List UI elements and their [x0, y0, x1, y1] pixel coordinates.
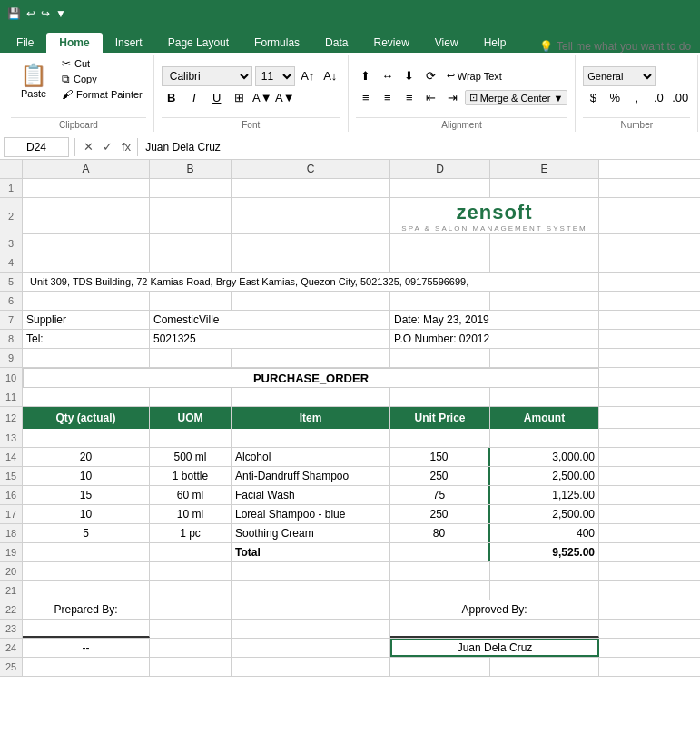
align-right-button[interactable]: ≡: [399, 88, 419, 108]
cell-c13[interactable]: [232, 429, 390, 447]
border-button[interactable]: ⊞: [230, 88, 250, 108]
cell-c23[interactable]: [232, 620, 390, 638]
cell-a13[interactable]: [23, 429, 150, 447]
cell-d22[interactable]: Approved By:: [390, 600, 599, 619]
increase-indent-button[interactable]: ⇥: [443, 88, 463, 108]
cell-d3[interactable]: [390, 234, 490, 253]
increase-font-button[interactable]: A↑: [298, 66, 318, 86]
cell-a23[interactable]: [23, 620, 150, 638]
cell-d15[interactable]: 250: [390, 467, 490, 485]
cell-a25[interactable]: [23, 658, 150, 676]
cell-address[interactable]: Unit 309, TDS Building, 72 Kamias Road, …: [23, 273, 599, 291]
italic-button[interactable]: I: [184, 88, 204, 108]
cell-a22[interactable]: Prepared By:: [23, 600, 150, 619]
cell-c18[interactable]: Soothing Cream: [232, 524, 390, 542]
cell-b21[interactable]: [150, 581, 232, 600]
font-name-select[interactable]: Calibri: [162, 66, 252, 86]
col-header-a[interactable]: A: [23, 160, 150, 178]
formula-input[interactable]: [142, 141, 696, 154]
cell-d9[interactable]: [390, 349, 490, 367]
cell-c19[interactable]: Total: [232, 543, 390, 561]
cell-reference-box[interactable]: [4, 137, 69, 157]
align-center-button[interactable]: ≡: [378, 88, 398, 108]
cell-d17[interactable]: 250: [390, 505, 490, 523]
fill-color-button[interactable]: A▼: [252, 88, 272, 108]
cell-b9[interactable]: [150, 349, 232, 367]
cell-e25[interactable]: [490, 658, 599, 676]
tab-data[interactable]: Data: [312, 33, 360, 53]
decrease-decimal-button[interactable]: .00: [670, 88, 690, 108]
tab-formulas[interactable]: Formulas: [242, 33, 312, 53]
cell-c3[interactable]: [232, 234, 390, 253]
align-bottom-button[interactable]: ⬇: [399, 66, 419, 86]
cell-b3[interactable]: [150, 234, 232, 253]
cell-b18[interactable]: 1 pc: [150, 524, 232, 542]
cell-b19[interactable]: [150, 543, 232, 561]
cell-d6[interactable]: [390, 292, 490, 310]
cell-b2[interactable]: [150, 198, 232, 234]
confirm-formula-icon[interactable]: ✓: [100, 139, 115, 154]
cell-a7[interactable]: Supplier: [23, 311, 150, 329]
cell-a16[interactable]: 15: [23, 486, 150, 504]
cell-e3[interactable]: [490, 234, 599, 253]
cell-d12[interactable]: Unit Price: [390, 407, 490, 429]
tab-view[interactable]: View: [422, 33, 471, 53]
font-size-select[interactable]: 11: [255, 66, 295, 86]
align-left-button[interactable]: ≡: [356, 88, 376, 108]
save-icon[interactable]: 💾: [7, 7, 21, 20]
cell-e20[interactable]: [490, 562, 599, 580]
cell-e1[interactable]: [490, 179, 599, 197]
cancel-formula-icon[interactable]: ✕: [81, 139, 96, 154]
cell-a1[interactable]: [23, 179, 150, 197]
cell-b22[interactable]: [150, 600, 232, 619]
cell-b6[interactable]: [150, 292, 232, 310]
cell-c22[interactable]: [232, 600, 390, 619]
cell-a12[interactable]: Qty (actual): [23, 407, 150, 429]
cell-a9[interactable]: [23, 349, 150, 367]
paste-button[interactable]: 📋 Paste: [11, 56, 56, 106]
cell-b11[interactable]: [150, 388, 232, 406]
cell-c2[interactable]: [232, 198, 390, 234]
cell-e19[interactable]: 9,525.00: [490, 543, 599, 561]
cell-b15[interactable]: 1 bottle: [150, 467, 232, 485]
cell-b25[interactable]: [150, 658, 232, 676]
cell-d18[interactable]: 80: [390, 524, 490, 542]
cell-b13[interactable]: [150, 429, 232, 447]
bold-button[interactable]: B: [162, 88, 182, 108]
cell-b8[interactable]: 5021325: [150, 330, 390, 348]
cell-d23[interactable]: [390, 620, 599, 638]
cell-c9[interactable]: [232, 349, 390, 367]
comma-button[interactable]: ,: [626, 88, 646, 108]
cell-e21[interactable]: [490, 581, 599, 600]
decrease-indent-button[interactable]: ⇤: [421, 88, 441, 108]
cell-a2[interactable]: [23, 198, 150, 234]
tab-page-layout[interactable]: Page Layout: [155, 33, 242, 53]
copy-button[interactable]: ⧉ Copy: [58, 72, 146, 86]
cell-a17[interactable]: 10: [23, 505, 150, 523]
quick-access-dropdown[interactable]: ▼: [55, 7, 66, 20]
decrease-font-button[interactable]: A↓: [320, 66, 340, 86]
increase-decimal-button[interactable]: .0: [648, 88, 668, 108]
redo-icon[interactable]: ↪: [41, 7, 50, 20]
cell-d14[interactable]: 150: [390, 448, 490, 466]
undo-icon[interactable]: ↩: [26, 7, 35, 20]
merge-center-button[interactable]: ⊡ Merge & Center ▼: [465, 90, 568, 105]
cell-c25[interactable]: [232, 658, 390, 676]
wrap-text-button[interactable]: ↩ Wrap Text: [443, 69, 506, 83]
cell-e4[interactable]: [490, 253, 599, 272]
col-header-d[interactable]: D: [390, 160, 490, 178]
cell-d4[interactable]: [390, 253, 490, 272]
cell-c24[interactable]: [232, 639, 390, 657]
cell-b4[interactable]: [150, 253, 232, 272]
orientation-button[interactable]: ⟳: [421, 66, 441, 86]
cell-logo[interactable]: zensoft SPA & SALON MANAGEMENT SYSTEM: [390, 198, 599, 234]
cell-c21[interactable]: [232, 581, 390, 600]
cell-d8[interactable]: P.O Number: 02012: [390, 330, 599, 348]
format-painter-button[interactable]: 🖌 Format Painter: [58, 87, 146, 102]
cell-a14[interactable]: 20: [23, 448, 150, 466]
cell-c1[interactable]: [232, 179, 390, 197]
cell-b24[interactable]: [150, 639, 232, 657]
cell-d16[interactable]: 75: [390, 486, 490, 504]
cell-d13[interactable]: [390, 429, 490, 447]
cell-a4[interactable]: [23, 253, 150, 272]
